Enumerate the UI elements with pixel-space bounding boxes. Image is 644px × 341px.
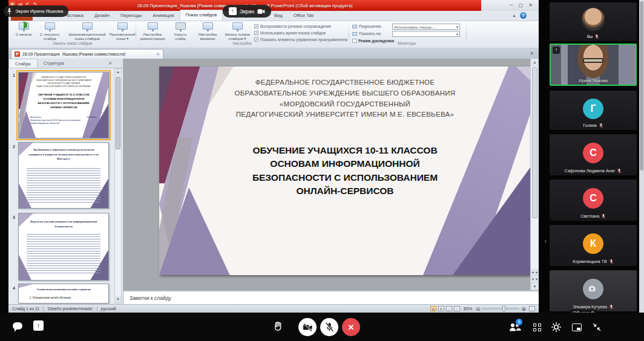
mic-muted-button[interactable] [320, 318, 338, 336]
setup-show-icon [148, 22, 158, 30]
slide-thumbnail-1[interactable]: ФЕДЕРАЛЬНОЕ ГОСУДАРСТВЕННОЕ БЮДЖЕТНОЕОБР… [18, 72, 109, 138]
setup-slideshow-button[interactable]: Настройка демонстрации [138, 22, 167, 41]
custom-show-icon [117, 22, 128, 30]
share-indicator-pill[interactable]: ↑ Экран [223, 5, 271, 18]
exit-fullscreen-icon[interactable] [592, 322, 602, 332]
slide-header-text: ФЕДЕРАЛЬНОЕ ГОСУДАРСТВЕННОЕ БЮДЖЕТНОЕ ОБ… [182, 77, 508, 120]
minimize-button[interactable]: ─ [510, 3, 513, 8]
slideshow-view-icon[interactable]: ▽ [454, 306, 460, 311]
initial-avatar: С [583, 143, 603, 163]
participant-tile-you[interactable]: Вы [550, 2, 637, 41]
reading-view-icon[interactable]: ▢ [446, 306, 452, 311]
tab-animations[interactable]: Анимация [147, 11, 179, 21]
document-tab[interactable]: P 28.09 Презентация_Яшкова [Режим совмес… [11, 49, 163, 59]
initial-avatar: С [583, 188, 603, 209]
language-indicator[interactable]: русский [101, 307, 116, 311]
custom-slideshow-button[interactable]: Произвольный показ ▾ [110, 22, 134, 41]
mic-muted-icon [325, 322, 334, 332]
sidebar-collapse-icon[interactable]: ‹ [543, 233, 548, 249]
share-screen-mini-icon: ↑ [229, 7, 237, 15]
previous-slide-icon[interactable]: ▲▲ [531, 268, 539, 276]
participant-tile-golyaev[interactable]: Г Голяев [550, 91, 637, 130]
participant-tile-safonova[interactable]: С Сафонова Людмила Анат [550, 134, 637, 175]
participant-tile-elmira[interactable]: Эльмира Кутуева [550, 270, 637, 311]
slide-thumbnail-4[interactable]: Этапы использования онлайн-сервисов 1. О… [18, 284, 109, 304]
document-tab-close-icon[interactable]: ✕ [156, 52, 160, 57]
apps-grid-icon[interactable] [533, 323, 541, 331]
next-slide-icon[interactable]: ▼▼ [531, 276, 539, 283]
pane-scroll-thumb[interactable] [116, 77, 120, 149]
tab-slideshow[interactable]: Показ слайдов [180, 10, 223, 21]
mic-muted-icon [617, 168, 622, 174]
scroll-down-icon[interactable]: ▼ [531, 283, 539, 290]
help-icon[interactable]: ? [520, 12, 527, 19]
docbar-close-icon[interactable]: ✕ [530, 51, 534, 56]
normal-view-icon[interactable]: ▤ [430, 306, 436, 311]
scroll-up-icon[interactable]: ▲ [531, 59, 539, 66]
zoom-slider-thumb[interactable] [502, 306, 505, 311]
show-on-icon [352, 32, 357, 36]
powerpoint-window: 28.09 Презентация_Яшкова [Режим совмести… [8, 0, 539, 313]
pane-tab-outline[interactable]: Структура [38, 59, 70, 68]
resolution-label: Разрешение: [352, 24, 382, 28]
participant-tile-svetlana[interactable]: С Светлана [550, 180, 637, 221]
record-icon [232, 22, 243, 30]
participant-tile-kormilitsyna[interactable]: К Кормилицына ТВ [550, 225, 637, 266]
tab-view[interactable]: Вид [269, 11, 288, 21]
checkbox-use-timings[interactable]: ✓ Использовать время показа слайдов [254, 31, 326, 35]
broadcast-globe-icon [82, 22, 93, 30]
share-screen-icon[interactable]: ↑ [33, 320, 44, 331]
current-slide[interactable]: ФЕДЕРАЛЬНОЕ ГОСУДАРСТВЕННОЕ БЮДЖЕТНОЕ ОБ… [159, 67, 531, 275]
chat-icon[interactable] [13, 322, 22, 330]
camera-icon [588, 285, 598, 293]
fit-to-window-icon[interactable]: ⛶ [529, 306, 535, 311]
participant-tile-irina[interactable]: ↑ Ирина Яшкова [550, 44, 637, 86]
ribbon-tab-bar: Файл Главная Вставка Дизайн Переходы Ани… [8, 11, 539, 21]
slide-sorter-icon[interactable]: ⊞ [438, 306, 444, 311]
from-beginning-button[interactable]: С начала [13, 22, 34, 36]
hide-slide-button[interactable]: Скрыть слайд [168, 22, 192, 41]
slide-thumbnail-3[interactable]: Перечень умений учащихся по информационн… [18, 213, 109, 281]
pane-tab-slides[interactable]: Слайды [8, 59, 38, 68]
pane-scroll-up-icon[interactable]: ▲ [115, 69, 121, 76]
pane-scrollbar[interactable]: ▲ ▼ [114, 68, 122, 304]
camera-off-button[interactable] [298, 318, 317, 336]
camera-off-avatar [583, 279, 603, 299]
hide-slide-icon [176, 22, 186, 30]
slide-thumbnail-2[interactable]: Требования к образовательным результатам… [18, 142, 109, 209]
minimize-ribbon-icon[interactable]: ▲ [512, 13, 516, 18]
editor-scrollbar[interactable]: ▲ ▲▲ ▼▼ ▼ [530, 59, 539, 290]
show-on-dropdown[interactable]: ▾ [392, 31, 460, 37]
pane-tabs: Слайды Структура [8, 59, 123, 68]
settings-gear-icon[interactable] [551, 322, 562, 333]
slide-title-text: ОБУЧЕНИЕ УЧАЩИХСЯ 10-11 КЛАССОВ ОСНОВАМ … [189, 144, 501, 198]
resolution-dropdown[interactable]: Использовать текуще...▾ [392, 24, 460, 30]
ribbon: С начала С текущего слайда Широковещател… [8, 21, 539, 48]
tab-transitions[interactable]: Переходы [115, 11, 147, 21]
pane-close-icon[interactable]: ✕ [108, 61, 112, 66]
zoom-out-icon[interactable]: ⊖ [476, 306, 481, 312]
close-button[interactable]: ✕ [528, 3, 533, 8]
record-slideshow-button[interactable]: Запись показа слайдов ▾ [223, 22, 252, 41]
zoom-in-icon[interactable]: ⊕ [521, 306, 526, 312]
end-call-button[interactable]: ✕ [342, 318, 360, 336]
raise-hand-icon[interactable] [273, 321, 283, 333]
broadcast-slideshow-button[interactable]: Широковещательный показ слайдов [65, 22, 109, 41]
maximize-button[interactable]: ▢ [519, 3, 524, 8]
initial-avatar: К [583, 233, 603, 254]
zoom-slider[interactable] [482, 308, 519, 310]
rehearse-timings-button[interactable]: Настройка времени [194, 22, 222, 41]
tab-office-tab[interactable]: Office Tab [288, 11, 320, 21]
scroll-thumb[interactable] [532, 67, 537, 218]
from-current-slide-button[interactable]: С текущего слайда [36, 22, 63, 41]
sidebar-scroll-thumb[interactable] [640, 1, 643, 170]
viewing-screen-pill[interactable]: Экран Ирина Яшкова [4, 5, 68, 17]
slideshow-current-icon [45, 22, 55, 30]
resolution-icon [352, 25, 357, 28]
checkbox-play-narrations[interactable]: ✓ Воспроизвести речевое сопровождение [254, 24, 331, 28]
zoom-level: 83% [464, 307, 472, 311]
notes-area[interactable]: Заметки к слайду [123, 290, 539, 304]
minimize-window-icon[interactable] [572, 323, 582, 331]
tab-design[interactable]: Дизайн [89, 11, 115, 21]
pane-scroll-down-icon[interactable]: ▼ [115, 296, 121, 303]
